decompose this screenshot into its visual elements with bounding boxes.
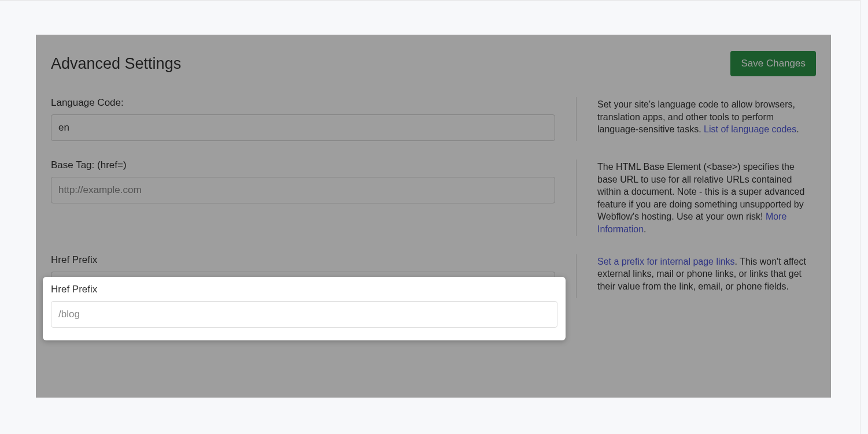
href-prefix-highlight-card: Href Prefix [43, 277, 566, 340]
scrollbar-gutter [860, 0, 868, 434]
href-prefix-label: Href Prefix [51, 284, 557, 295]
href-prefix-input[interactable] [51, 301, 557, 328]
top-divider [0, 0, 860, 1]
dim-overlay [36, 35, 831, 398]
